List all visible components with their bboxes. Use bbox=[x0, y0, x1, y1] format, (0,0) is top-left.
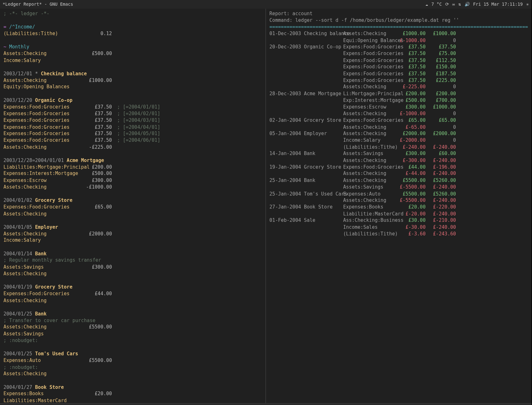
editor-split: ; -*- ledger -*- = /^Income/(Liabilities… bbox=[0, 9, 531, 403]
report-row: Income:Sales£-30.00£-240.00 bbox=[269, 224, 528, 231]
report-row: Assets:Savings£-5500.00£-240.00 bbox=[269, 184, 528, 190]
ledger-report-pane[interactable]: Report: accountCommand: ledger --sort d … bbox=[266, 9, 531, 403]
report-row: Expens:Food:Groceries£37.50£150.00 bbox=[269, 64, 528, 71]
report-row: Assets:Checking£-5500.00£-240.00 bbox=[269, 197, 528, 204]
report-divider: ========================================… bbox=[269, 24, 528, 30]
source-line: Assets:Checking£2000.00 bbox=[3, 231, 262, 237]
system-tray: ☁ 7 °C ⟳ ✉ ⇅ 🔊 Fri 15 Mar 17:11:19 ✳ bbox=[425, 1, 529, 7]
source-line: ; Regular monthly savings transfer bbox=[3, 257, 262, 264]
source-line: Assets:Checking bbox=[3, 371, 262, 377]
source-line bbox=[3, 151, 262, 157]
refresh-icon[interactable]: ⟳ bbox=[445, 1, 449, 7]
network-icon[interactable]: ⇅ bbox=[458, 1, 461, 7]
source-line: Equity:Opening Balances bbox=[3, 84, 262, 90]
report-row: 20-Dec-2003 Organic Co-opExpens:Food:Gro… bbox=[269, 44, 528, 50]
window-title: *Ledger Report* - GNU Emacs bbox=[3, 1, 73, 7]
source-line: (Liabilities:Tithe)0.12 bbox=[3, 30, 262, 37]
source-line bbox=[3, 17, 262, 24]
source-line: Assets:Checking£500.00 bbox=[3, 50, 262, 57]
clock: Fri 15 Mar 17:11:19 bbox=[473, 1, 523, 7]
report-row: Assets:Checking£-225.000 bbox=[269, 84, 528, 90]
report-row: Assets:Checking£-300.00£-240.00 bbox=[269, 157, 528, 164]
report-row: 01-Dec-2003 Checking balanceAssets:Check… bbox=[269, 30, 528, 37]
source-line: 2004/01/02 Grocery Store bbox=[3, 197, 262, 204]
weather-icon: ☁ bbox=[425, 1, 428, 7]
report-row: 25-Jan-2004 BankAssets:Checking£5500.00£… bbox=[269, 177, 528, 184]
source-line bbox=[3, 244, 262, 251]
source-line: Expenses:Food:Groceries£37.50; [=2004/01… bbox=[3, 104, 262, 110]
report-row: 19-Jan-2004 Grocery StoreExpens:Food:Gro… bbox=[269, 164, 528, 171]
report-row: Exp:Interest:Mortgage£500.00£700.00 bbox=[269, 97, 528, 104]
modeline-bar: -U:@--- example.dat All (64,0) (Ledger y… bbox=[0, 403, 531, 405]
source-line: Expenses:Auto£5500.00 bbox=[3, 357, 262, 364]
report-row: 28-Dec-2003 Acme MortgageLi:Mortgage:Pri… bbox=[269, 90, 528, 97]
report-row: (Liabilities:Tithe)£-240.00£-240.00 bbox=[269, 144, 528, 151]
weather-temp: 7 °C bbox=[431, 1, 442, 7]
volume-icon[interactable]: 🔊 bbox=[465, 1, 470, 7]
report-row: Assets:Checking£-65.000 bbox=[269, 124, 528, 130]
source-line: 2004/01/19 Grocery Store bbox=[3, 284, 262, 290]
report-row: Income:Salary£-2000.000 bbox=[269, 137, 528, 144]
source-line: Income:Salary bbox=[3, 57, 262, 64]
report-row: 25-Jan-2004 Tom's Used CarsExpenses:Auto… bbox=[269, 190, 528, 197]
source-line bbox=[3, 217, 262, 224]
source-line: Expenses:Food:Groceries£37.50; [=2004/04… bbox=[3, 124, 262, 130]
source-line: Expenses:Interest:Mortgage£500.00 bbox=[3, 171, 262, 177]
source-line bbox=[3, 344, 262, 351]
mail-icon[interactable]: ✉ bbox=[452, 1, 455, 7]
source-line bbox=[3, 277, 262, 284]
source-line: 2004/01/25 Bank bbox=[3, 311, 262, 317]
source-line bbox=[3, 377, 262, 384]
report-row: Assets:Checking£-44.00£-240.00 bbox=[269, 171, 528, 177]
source-line: ; :nobudget: bbox=[3, 364, 262, 371]
modeline-right: -U:@%%- *Ledger Report* All (4,0) (Ledge… bbox=[266, 403, 531, 405]
report-row: Liabilitie:MasterCard£-20.00£-240.00 bbox=[269, 210, 528, 217]
report-row: Expens:Food:Groceries£37.50£225.00 bbox=[269, 77, 528, 84]
source-line: ; Transfer to cover car purchase bbox=[3, 317, 262, 324]
source-line: ~ Monthly bbox=[3, 44, 262, 50]
source-line: = /^Income/ bbox=[3, 24, 262, 30]
report-title: Report: account bbox=[269, 10, 528, 17]
source-line: ; :nobudget: bbox=[3, 337, 262, 344]
report-row: 01-Feb-2004 SaleAss:Checking:Business£30… bbox=[269, 217, 528, 224]
source-line: Assets:Savings bbox=[3, 331, 262, 337]
report-command: Command: ledger --sort d -f /home/borbus… bbox=[269, 17, 528, 24]
source-line: 2004/01/25 Tom's Used Cars bbox=[3, 351, 262, 357]
source-line: 2003/12/20 Organic Co-op bbox=[3, 97, 262, 104]
source-line: 2003/12/28=2004/01/01 Acme Mortgage bbox=[3, 157, 262, 164]
source-line: Expenses:Food:Groceries£65.00 bbox=[3, 204, 262, 210]
report-row: 05-Jan-2004 EmployerAssets:Checking£2000… bbox=[269, 130, 528, 137]
source-line: Expenses:Food:Groceries£37.50; [=2004/02… bbox=[3, 110, 262, 117]
source-line: Assets:Savings£300.00 bbox=[3, 264, 262, 271]
ledger-source-pane[interactable]: ; -*- ledger -*- = /^Income/(Liabilities… bbox=[0, 9, 266, 403]
source-line: Assets:Checking bbox=[3, 271, 262, 277]
report-row: 02-Jan-2004 Grocery StoreExpens:Food:Gro… bbox=[269, 117, 528, 124]
report-row: Assets:Checking£-1000.000 bbox=[269, 110, 528, 117]
source-line: Income:Salary bbox=[3, 237, 262, 244]
source-line bbox=[3, 190, 262, 197]
report-row: Equi:Opening Balances£-1000.000 bbox=[269, 37, 528, 44]
top-panel: *Ledger Report* - GNU Emacs ☁ 7 °C ⟳ ✉ ⇅… bbox=[0, 0, 531, 9]
source-line: Expenses:Escrow£300.00 bbox=[3, 177, 262, 184]
source-line bbox=[3, 90, 262, 97]
source-line: Assets:Checking-£1000.00 bbox=[3, 184, 262, 190]
report-row: 27-Jan-2004 Book StoreExpenses:Books£20.… bbox=[269, 204, 528, 210]
source-line bbox=[3, 37, 262, 44]
report-row: 14-Jan-2004 BankAssets:Savings£300.00£60… bbox=[269, 151, 528, 157]
source-line: ; -*- ledger -*- bbox=[3, 10, 262, 17]
source-line bbox=[3, 64, 262, 71]
source-line: 2003/12/01 * Checking balance bbox=[3, 71, 262, 77]
source-line: Expenses:Food:Groceries£37.50; [=2004/06… bbox=[3, 137, 262, 144]
source-line: 2004/01/14 Bank bbox=[3, 251, 262, 257]
source-line: Expenses:Food:Groceries£37.50; [=2004/03… bbox=[3, 117, 262, 124]
source-line: Expenses:Food:Groceries£37.50; [=2004/05… bbox=[3, 130, 262, 137]
settings-icon[interactable]: ✳ bbox=[526, 1, 529, 7]
source-line: Liabilities:Mortgage:Principal£200.00 bbox=[3, 164, 262, 171]
source-line: Assets:Checking bbox=[3, 297, 262, 304]
report-row: (Liabilities:Tithe)£-3.60£-243.60 bbox=[269, 231, 528, 237]
source-line: 2004/01/27 Book Store bbox=[3, 384, 262, 391]
source-line: Assets:Checking bbox=[3, 210, 262, 217]
source-line: Assets:Checking£5500.00 bbox=[3, 324, 262, 331]
report-row: Expens:Food:Groceries£37.50£187.50 bbox=[269, 71, 528, 77]
report-row: Expens:Food:Groceries£37.50£75.00 bbox=[269, 50, 528, 57]
